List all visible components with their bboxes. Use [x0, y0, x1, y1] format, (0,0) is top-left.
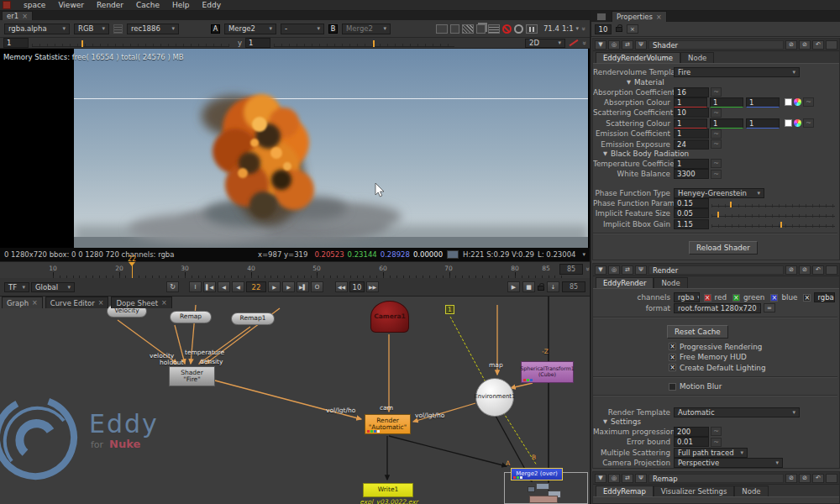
free-memory-checkbox[interactable] [669, 354, 676, 361]
format-eq-button[interactable]: = [764, 303, 775, 312]
curve-icon[interactable]: ~ [711, 87, 722, 97]
emission-coeff-input[interactable]: 1 [674, 129, 709, 139]
help-icon[interactable]: ⊘ [799, 40, 811, 50]
temperature-coeff-input[interactable]: 1 [674, 159, 709, 169]
tab-curve-editor[interactable]: Curve Editor [45, 297, 109, 308]
default-lighting-checkbox[interactable] [669, 364, 676, 371]
wipe-icon[interactable] [462, 24, 474, 34]
absorption-coeff-input[interactable]: 16 [674, 87, 709, 97]
gamma-input[interactable]: 1 [245, 38, 270, 48]
settings-section[interactable]: Settings [593, 417, 837, 427]
end-frame-box[interactable]: 85 [562, 281, 585, 292]
current-frame[interactable]: 22 [246, 281, 266, 292]
gain-slider[interactable] [32, 39, 229, 47]
extra-channel-field[interactable]: rgba.alp [814, 292, 835, 302]
multiple-scattering-select[interactable]: Full path traced [674, 448, 748, 458]
goto-start-button[interactable]: ▌◀ [203, 281, 216, 292]
node-spherical-transform1[interactable]: SphericalTransform1(Cube) [521, 361, 574, 383]
annotate-icon[interactable] [570, 39, 579, 47]
gain-input[interactable]: 1 [3, 38, 29, 48]
zoom-caret-icon[interactable]: ▾ [576, 25, 580, 32]
colour-swatch[interactable] [785, 98, 792, 106]
absorption-g-input[interactable]: 1 [710, 97, 743, 108]
playhead[interactable] [132, 262, 133, 279]
menu-item-eddy[interactable]: Eddy [202, 1, 221, 9]
next-keyframe-button[interactable]: ▶▌ [297, 281, 309, 292]
undo-icon[interactable]: ↶ [812, 265, 824, 275]
max-progressions-input[interactable]: 200 [674, 427, 709, 437]
center-node-icon[interactable]: ◎ [608, 265, 620, 275]
flipbook-play-icon[interactable]: ▶ [507, 281, 520, 292]
node-remap[interactable]: Remap [170, 311, 212, 323]
roi-icon[interactable] [502, 24, 512, 34]
close-panel-icon[interactable] [826, 40, 837, 50]
motion-blur-checkbox[interactable] [669, 383, 676, 391]
curve-icon[interactable]: ~ [711, 129, 722, 139]
curve-icon[interactable]: ~ [711, 438, 722, 447]
collapse-icon[interactable]: ▼ [595, 40, 606, 50]
overlay-icon[interactable] [476, 24, 486, 34]
blue-checkbox[interactable] [770, 294, 778, 302]
reload-shader-button[interactable]: Reload Shader [689, 241, 758, 255]
tab-shader-node[interactable]: Node [680, 52, 714, 63]
curve-icon[interactable]: ~ [711, 427, 722, 436]
prev-frame-button[interactable]: ◀ [232, 281, 244, 292]
proxy-icon[interactable] [514, 24, 523, 34]
node-camera1[interactable]: Camera1 [370, 301, 409, 333]
frame-dec-button[interactable]: ◀◀ [335, 281, 348, 292]
gain-toggle-icon[interactable] [436, 24, 448, 34]
properties-tab[interactable]: Properties [612, 11, 667, 22]
view-mode-select[interactable]: 2D [525, 39, 565, 48]
phase-param-input[interactable]: 0.15 [674, 198, 709, 208]
format-icon[interactable] [450, 24, 459, 34]
format-select[interactable]: root.format 1280x720 [674, 303, 761, 313]
render-template-select[interactable]: Automatic [674, 407, 800, 417]
alpha-checkbox[interactable] [803, 294, 811, 302]
node-color-icon[interactable]: Ψ [635, 474, 647, 483]
menu-item-cache[interactable]: Cache [136, 1, 160, 9]
input-a-select[interactable]: Merge2 [224, 24, 276, 34]
float-panel-icon[interactable]: ⇄ [622, 265, 633, 275]
tab-render-node[interactable]: Node [654, 277, 687, 288]
viewer-tab[interactable]: er1 [2, 11, 33, 20]
revert-icon[interactable]: ⊘ [785, 474, 797, 483]
pixel-aspect[interactable]: 1:1 [562, 24, 574, 33]
tab-dope-sheet[interactable]: Dope Sheet [111, 297, 171, 308]
undo-icon[interactable]: ↶ [812, 474, 824, 483]
undo-icon[interactable]: ↶ [812, 40, 824, 50]
timeline-ruler[interactable]: 10 20 30 40 50 60 70 80 85 22 85 » [0, 261, 590, 278]
more-tools-icon[interactable]: » [580, 27, 587, 31]
green-checkbox[interactable] [732, 294, 740, 302]
render-flag-icon[interactable]: ↓ [547, 281, 559, 292]
remap-panel-title[interactable]: Remap [648, 474, 784, 483]
help-icon[interactable]: ⊘ [799, 265, 811, 275]
close-panel-icon[interactable] [826, 474, 837, 483]
tf-select[interactable]: TF [4, 282, 29, 292]
play-button[interactable]: ▶ [268, 281, 281, 292]
node-environment1[interactable]: Environment1 [475, 378, 514, 417]
tab-eddyrendervolume[interactable]: EddyRenderVolume [596, 52, 680, 63]
gamma-slider[interactable] [274, 39, 454, 47]
range-mode-select[interactable]: Global [31, 282, 75, 292]
loop-button[interactable]: ↻ [166, 281, 179, 292]
bbox-gain-input[interactable]: 1.15 [674, 219, 709, 229]
lock-range-icon[interactable] [538, 286, 544, 291]
absorption-b-input[interactable]: 1 [746, 97, 780, 108]
scattering-r-input[interactable]: 1 [674, 118, 707, 129]
input-b-select[interactable]: Merge2 [342, 24, 391, 34]
goto-end-button[interactable]: O [311, 281, 323, 292]
ab-blend-select[interactable]: - [281, 24, 324, 34]
curve-icon[interactable]: ~ [711, 170, 722, 179]
pause-icon[interactable] [526, 24, 538, 34]
channel-select[interactable]: rgba.alpha [4, 24, 70, 34]
tab-graph[interactable]: Graph [2, 297, 43, 308]
node-write1[interactable]: Write1 [363, 483, 413, 497]
phase-type-select[interactable]: Henyey-Greenstein [674, 188, 764, 198]
next-frame-button[interactable]: ▶ [282, 281, 295, 292]
curve-icon[interactable]: ~ [803, 118, 814, 128]
error-bound-input[interactable]: 0.01 [674, 437, 709, 447]
scattering-coeff-input[interactable]: 10 [674, 108, 709, 118]
revert-icon[interactable]: ⊘ [785, 40, 797, 50]
colour-wheel-icon[interactable] [794, 119, 801, 127]
help-icon[interactable]: ⊘ [799, 474, 811, 483]
